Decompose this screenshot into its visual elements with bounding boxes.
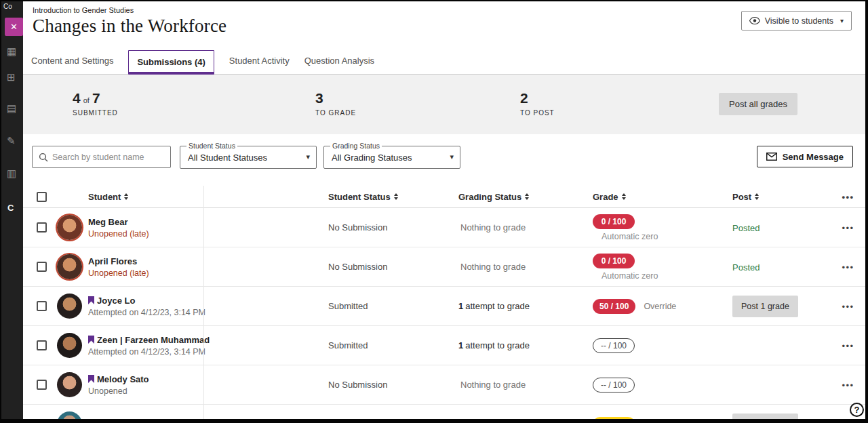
table-row: Melody Sato Unopened No Submission Nothi… — [23, 365, 865, 405]
grading-text: Nothing to grade — [460, 380, 526, 390]
column-header-grade[interactable]: Grade — [593, 192, 732, 202]
stat-submitted: 4of7 SUBMITTED — [73, 91, 118, 117]
grading-count: 1 — [458, 340, 463, 350]
post-all-grades-button[interactable]: Post all grades — [719, 93, 797, 115]
column-header-student[interactable]: Student — [85, 192, 328, 202]
student-name[interactable]: Melody Sato — [97, 374, 149, 384]
grade-pill[interactable]: 0 / 100 — [593, 214, 635, 229]
app-window: Co C ▦⊞▤✎▥ ✕ Introduction to Gender Stud… — [0, 0, 868, 423]
tab-question-analysis[interactable]: Question Analysis — [304, 47, 374, 74]
student-name[interactable]: April Flores — [88, 256, 137, 266]
tab-content-and-settings[interactable]: Content and Settings — [31, 47, 113, 74]
column-label: Grade — [593, 192, 618, 202]
avatar — [57, 215, 82, 240]
student-name[interactable]: Zeen | Farzeen Muhammad — [97, 335, 210, 345]
send-message-label: Send Message — [783, 152, 844, 162]
column-label: Grading Status — [458, 192, 521, 202]
grade-pill[interactable]: 50 / 100 — [593, 299, 635, 314]
grade-note-below: Automatic zero — [601, 232, 732, 241]
search-icon — [39, 153, 48, 162]
breadcrumb[interactable]: Introduction to Gender Studies — [33, 6, 865, 14]
stat-submitted-numbers: 4of7 — [73, 91, 118, 105]
chevron-down-icon: ▾ — [840, 17, 844, 24]
grading-text: attempt to grade — [465, 340, 530, 350]
grading-count: 1 — [458, 301, 463, 311]
stat-number: 2 — [520, 91, 555, 105]
sort-icon — [755, 193, 759, 200]
visibility-dropdown-button[interactable]: Visible to students ▾ — [741, 11, 852, 31]
sort-icon — [525, 193, 529, 200]
id-card-icon[interactable]: ▥ — [7, 168, 16, 178]
tab-submissions[interactable]: Submissions (4) — [128, 50, 214, 75]
pencil-icon[interactable]: ✎ — [7, 136, 16, 146]
row-checkbox[interactable] — [37, 301, 47, 311]
left-sidebar: Co C ▦⊞▤✎▥ — [1, 1, 23, 419]
student-subtext: Unopened — [88, 386, 328, 396]
row-menu-button[interactable]: ••• — [842, 302, 854, 312]
search-input[interactable] — [52, 153, 161, 162]
row-menu-button[interactable]: ••• — [842, 223, 854, 233]
column-header-student-status[interactable]: Student Status — [328, 192, 458, 202]
post-grade-button[interactable]: Post 1 grade — [732, 296, 798, 317]
grade-pill[interactable]: 70 / 100 — [593, 417, 635, 420]
student-status: No Submission — [328, 262, 458, 272]
send-message-button[interactable]: Send Message — [757, 146, 853, 167]
row-checkbox[interactable] — [37, 222, 47, 233]
row-menu-button[interactable]: ••• — [842, 262, 854, 273]
column-header-post[interactable]: Post — [732, 192, 831, 202]
table-row: Joyce Lo Attempted on 4/12/23, 3:14 PM S… — [23, 287, 865, 326]
student-status: No Submission — [328, 380, 458, 390]
table-row: April Flores Unopened (late) No Submissi… — [23, 247, 865, 287]
column-header-grading-status[interactable]: Grading Status — [458, 192, 593, 202]
page-header: Introduction to Gender Studies Changes i… — [23, 1, 865, 47]
grade-pill[interactable]: -- / 100 — [593, 338, 635, 353]
posted-status: Posted — [732, 262, 760, 273]
grading-status: Nothing to grade — [458, 222, 593, 233]
student-status: Submitted — [328, 301, 458, 311]
grade-note-inline: Override — [644, 302, 676, 311]
main-panel: Introduction to Gender Studies Changes i… — [23, 1, 865, 419]
student-status-select[interactable]: Student Status All Student Statuses ▾ — [180, 146, 317, 169]
document-icon[interactable]: ▤ — [7, 103, 16, 113]
eye-icon — [749, 17, 760, 24]
student-subtext: Unopened (late) — [88, 229, 328, 239]
column-label: Post — [732, 192, 751, 202]
stats-bar: 4of7 SUBMITTED 3 TO GRADE 2 TO POST Post… — [23, 75, 865, 134]
student-name[interactable]: Joyce Lo — [97, 296, 135, 306]
select-value: All Grading Statuses — [332, 153, 412, 163]
calendar-icon[interactable]: ▦ — [7, 46, 16, 56]
grading-status: 1attempt to grade — [458, 301, 593, 311]
flag-icon — [88, 375, 94, 383]
stat-label: SUBMITTED — [73, 109, 118, 117]
stat-label: TO GRADE — [315, 109, 356, 117]
tab-bar: Content and Settings Submissions (4) Stu… — [23, 47, 865, 75]
post-grade-button[interactable]: Post 1 grade — [732, 414, 798, 420]
stat-to-grade: 3 TO GRADE — [315, 91, 356, 117]
grade-note-below: Automatic zero — [601, 271, 732, 281]
help-button[interactable]: ? — [850, 403, 864, 417]
grading-text: Nothing to grade — [460, 262, 526, 272]
row-menu-button[interactable]: ••• — [842, 341, 854, 351]
grade-pill[interactable]: 0 / 100 — [593, 254, 635, 268]
code-icon[interactable]: ⊞ — [7, 72, 16, 82]
grading-status-select[interactable]: Grading Status All Grading Statuses ▾ — [323, 146, 460, 169]
table-rows: Meg Bear Unopened (late) No Submission N… — [23, 208, 865, 419]
row-checkbox[interactable] — [37, 340, 47, 350]
flag-icon — [88, 336, 94, 344]
student-name[interactable]: Meg Bear — [88, 217, 128, 227]
row-checkbox[interactable] — [37, 262, 47, 272]
chevron-down-icon: ▾ — [450, 153, 454, 161]
grading-status: 1attempt to grade — [458, 340, 593, 350]
tab-student-activity[interactable]: Student Activity — [229, 47, 290, 74]
grade-pill[interactable]: -- / 100 — [593, 378, 635, 392]
table-row: Zeen | Farzeen Muhammad Attempted on 4/1… — [23, 326, 865, 365]
select-all-checkbox[interactable] — [37, 192, 47, 202]
frozen-column-divider — [203, 186, 204, 419]
avatar — [57, 372, 82, 397]
table-menu-button[interactable]: ••• — [842, 192, 854, 202]
row-checkbox[interactable] — [37, 380, 47, 390]
close-panel-button[interactable]: ✕ — [5, 18, 23, 36]
filter-bar: Student Status All Student Statuses ▾ Gr… — [23, 134, 865, 186]
student-status: Submitted — [328, 340, 458, 350]
row-menu-button[interactable]: ••• — [842, 380, 854, 390]
